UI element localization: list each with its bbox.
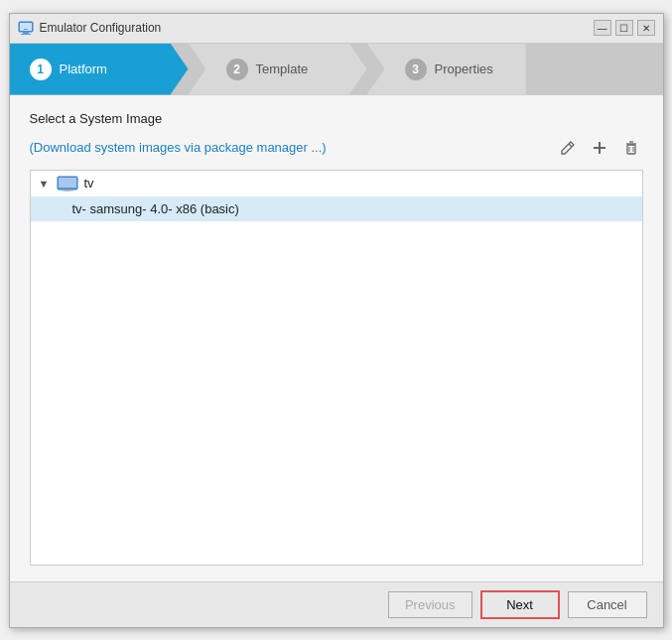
svg-rect-8	[627, 145, 635, 154]
step-template-label: Template	[256, 62, 309, 76]
step-platform-label: Platform	[60, 62, 107, 76]
tree-child-samsung[interactable]: tv- samsung- 4.0- x86 (basic)	[31, 196, 642, 221]
svg-rect-4	[24, 29, 28, 30]
step-template[interactable]: 2 Template	[189, 44, 367, 95]
tree-root-label: tv	[84, 176, 94, 191]
previous-button[interactable]: Previous	[388, 591, 472, 618]
toolbar-row: (Download system images via package mana…	[30, 136, 643, 160]
close-button[interactable]: ✕	[637, 20, 655, 36]
maximize-button[interactable]: ☐	[615, 20, 633, 36]
step-platform-number: 1	[30, 59, 52, 80]
svg-rect-15	[65, 190, 70, 192]
window-title: Emulator Configuration	[40, 21, 162, 35]
minimize-button[interactable]: —	[594, 20, 611, 36]
tv-monitor-icon	[57, 176, 78, 192]
system-image-tree[interactable]: ▼ tv tv- samsung- 4.0- x86 (basic)	[30, 170, 643, 566]
step-properties-label: Properties	[435, 62, 493, 76]
svg-rect-1	[23, 32, 29, 34]
title-bar-left: Emulator Configuration	[18, 20, 162, 36]
edit-icon	[560, 140, 576, 156]
cancel-button[interactable]: Cancel	[568, 591, 647, 618]
section-title: Select a System Image	[30, 111, 643, 126]
svg-line-5	[569, 144, 572, 147]
step-platform[interactable]: 1 Platform	[10, 44, 189, 95]
step-properties[interactable]: 3 Properties	[367, 44, 526, 95]
main-content: Select a System Image (Download system i…	[10, 95, 663, 581]
download-link[interactable]: (Download system images via package mana…	[30, 140, 327, 155]
title-bar: Emulator Configuration — ☐ ✕	[10, 14, 663, 44]
edit-button[interactable]	[556, 136, 580, 160]
icon-toolbar	[556, 136, 643, 160]
emulator-config-window: Emulator Configuration — ☐ ✕ 1 Platform …	[9, 13, 664, 628]
wizard-steps-header: 1 Platform 2 Template 3 Properties	[10, 44, 663, 95]
svg-rect-16	[62, 191, 73, 192]
add-button[interactable]	[588, 136, 611, 160]
svg-rect-2	[21, 34, 31, 35]
title-bar-controls: — ☐ ✕	[594, 20, 655, 36]
button-bar: Previous Next Cancel	[10, 581, 663, 627]
next-button[interactable]: Next	[480, 590, 560, 619]
add-icon	[592, 140, 607, 156]
tree-root-tv[interactable]: ▼ tv	[31, 171, 642, 196]
svg-rect-14	[59, 178, 76, 188]
tree-expand-arrow: ▼	[39, 178, 51, 190]
delete-icon	[623, 140, 639, 156]
delete-button[interactable]	[619, 136, 643, 160]
step-properties-number: 3	[405, 59, 427, 80]
app-icon	[18, 20, 34, 36]
step-template-number: 2	[226, 59, 248, 80]
